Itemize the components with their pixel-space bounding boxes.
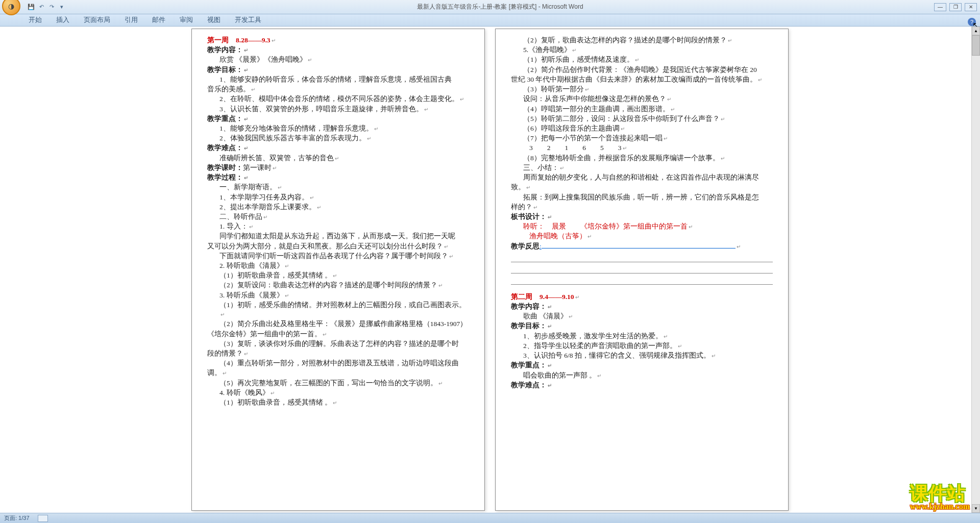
qat-dropdown-icon[interactable]: ▾ [57,3,66,12]
minimize-button[interactable]: — [934,3,946,11]
save-icon[interactable]: 💾 [27,3,36,12]
tab-view[interactable]: 视图 [201,14,227,26]
redo-icon[interactable]: ↷ [47,3,56,12]
tab-review[interactable]: 审阅 [174,14,199,26]
restore-button[interactable]: ❐ [949,3,962,11]
tab-home[interactable]: 开始 [22,14,48,26]
cursor-icon: ↖ [972,20,979,27]
office-button[interactable]: ◑ [2,0,20,15]
tab-insert[interactable]: 插入 [50,14,76,26]
tab-developer[interactable]: 开发工具 [229,14,267,26]
window-title: 最新人音版五年级音乐-上册-教案 [兼容模式] - Microsoft Word [66,3,934,11]
tab-mailings[interactable]: 邮件 [146,14,172,26]
close-button[interactable]: ✕ [965,3,977,11]
undo-icon[interactable]: ↶ [37,3,46,12]
tab-references[interactable]: 引用 [118,14,144,26]
tab-layout[interactable]: 页面布局 [78,14,116,26]
